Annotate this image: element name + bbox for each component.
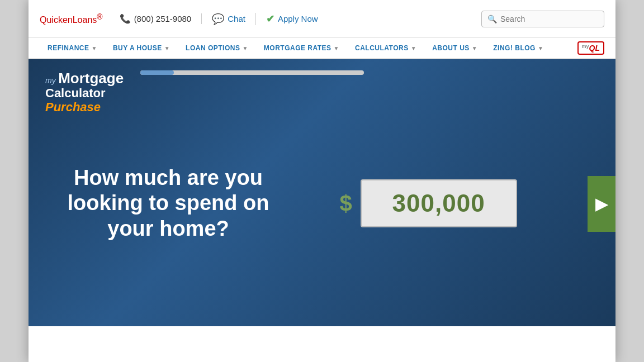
nav-item-about-us[interactable]: ABOUT US ▼	[424, 38, 485, 58]
page-wrapper: QuickenLoans® 📞 (800) 251-9080 💬 Chat ✔ …	[29, 0, 615, 362]
chat-label: Chat	[228, 14, 245, 23]
chevron-down-icon: ▼	[164, 45, 170, 51]
chat-icon: 💬	[212, 13, 224, 25]
myql-ql-text: QL	[589, 44, 600, 53]
nav-label-about-us: ABOUT US	[432, 44, 470, 52]
logo[interactable]: QuickenLoans®	[40, 12, 103, 25]
calculator-input-area: $ 300,000	[274, 179, 615, 227]
nav-item-mortgage-rates[interactable]: MORTGAGE RATES ▼	[256, 38, 347, 58]
logo-registered: ®	[97, 12, 102, 21]
nav-label-refinance: REFINANCE	[48, 44, 89, 52]
calculator-question: How much are you looking to spend on you…	[62, 165, 274, 242]
myql-my-text: my	[582, 44, 589, 49]
apply-action[interactable]: ✔ Apply Now	[256, 13, 328, 25]
logo-loans: Loans	[73, 15, 97, 25]
chevron-down-icon: ▼	[472, 45, 477, 51]
calc-logo-title: Mortgage	[58, 70, 124, 87]
top-actions: 📞 (800) 251-9080 💬 Chat ✔ Apply Now 🔍	[120, 11, 604, 27]
phone-action[interactable]: 📞 (800) 251-9080	[120, 13, 202, 24]
progress-bar-container	[140, 70, 364, 75]
calc-logo-my: my	[45, 76, 56, 85]
nav-label-zing-blog: ZING! BLOG	[493, 44, 536, 52]
apply-check-icon: ✔	[266, 13, 274, 25]
search-box[interactable]: 🔍	[481, 11, 604, 27]
chat-action[interactable]: 💬 Chat	[202, 13, 256, 25]
nav-bar: REFINANCE ▼ BUY A HOUSE ▼ LOAN OPTIONS ▼…	[29, 38, 615, 59]
calculator-header: my Mortgage Calculator Purchase	[45, 70, 124, 115]
myql-badge-container[interactable]: myQL	[577, 41, 604, 55]
nav-item-calculators[interactable]: CALCULATORS ▼	[347, 38, 424, 58]
chevron-down-icon: ▼	[334, 45, 339, 51]
nav-item-zing-blog[interactable]: ZING! BLOG ▼	[485, 38, 551, 58]
logo-quicken: Quicken	[40, 15, 73, 25]
amount-input-box[interactable]: 300,000	[361, 179, 517, 227]
chevron-down-icon: ▼	[242, 45, 248, 51]
myql-badge[interactable]: myQL	[577, 41, 604, 55]
search-icon: 🔍	[487, 15, 497, 23]
calculator-area: my Mortgage Calculator Purchase How much…	[29, 59, 615, 326]
top-bar: QuickenLoans® 📞 (800) 251-9080 💬 Chat ✔ …	[29, 0, 615, 38]
progress-bar-fill	[140, 70, 174, 75]
phone-number: (800) 251-9080	[134, 14, 192, 23]
nav-label-calculators: CALCULATORS	[355, 44, 409, 52]
nav-label-mortgage-rates: MORTGAGE RATES	[264, 44, 332, 52]
search-input[interactable]	[500, 15, 598, 23]
chevron-down-icon: ▼	[92, 45, 97, 51]
amount-value: 300,000	[392, 189, 485, 217]
phone-icon: 📞	[120, 13, 131, 24]
calc-logo-subtitle: Calculator	[45, 87, 124, 100]
calc-logo-purchase: Purchase	[45, 100, 124, 115]
next-arrow-icon: ▶	[595, 195, 608, 213]
chevron-down-icon: ▼	[411, 45, 416, 51]
calculator-content: How much are you looking to spend on you…	[29, 80, 615, 326]
chevron-down-icon: ▼	[538, 45, 543, 51]
question-text: How much are you looking to spend on you…	[62, 165, 274, 242]
dollar-sign: $	[339, 191, 352, 216]
apply-label: Apply Now	[278, 14, 318, 23]
nav-item-buy-house[interactable]: BUY A HOUSE ▼	[105, 38, 178, 58]
nav-label-buy-house: BUY A HOUSE	[113, 44, 162, 52]
nav-label-loan-options: LOAN OPTIONS	[186, 44, 240, 52]
nav-item-loan-options[interactable]: LOAN OPTIONS ▼	[178, 38, 256, 58]
next-button[interactable]: ▶	[588, 176, 615, 232]
nav-item-refinance[interactable]: REFINANCE ▼	[40, 38, 105, 58]
